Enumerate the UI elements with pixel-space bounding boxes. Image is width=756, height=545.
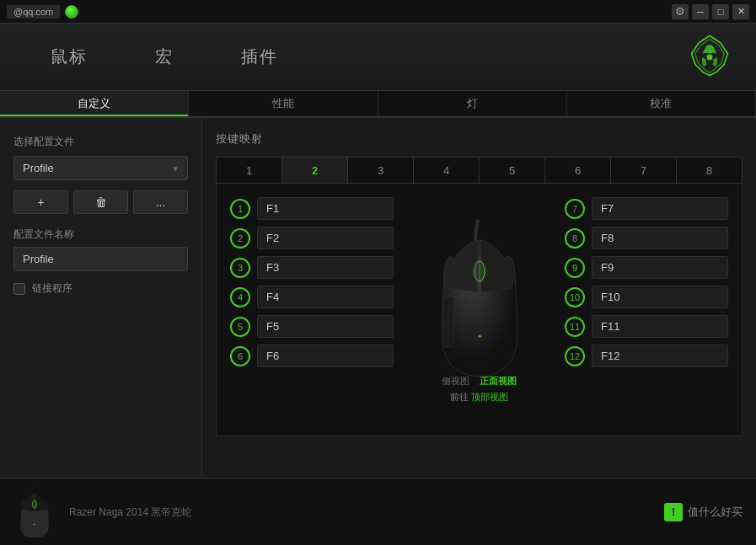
- delete-profile-button[interactable]: 🗑: [73, 190, 128, 214]
- mapping-tabs: 1 2 3 4 5 6 7 8: [216, 157, 743, 184]
- key-label-3[interactable]: F3: [257, 256, 394, 279]
- bottom-mouse-icon: ✦: [13, 487, 56, 537]
- main-header: 鼠标 宏 插件: [0, 24, 756, 91]
- razer-logo: [680, 32, 739, 83]
- link-app-label[interactable]: 链接程序: [32, 281, 72, 296]
- key-num-2: 2: [230, 228, 250, 248]
- sidebar: 选择配置文件 Profile ▼ + 🗑 ... 配置文件名称 链接程序: [0, 118, 202, 478]
- view-nav-active[interactable]: 顶部视图: [471, 392, 508, 402]
- key-num-9: 9: [565, 258, 585, 278]
- mouse-center: ✦ 侧视图 正面视图 前往 顶部视图: [402, 184, 556, 435]
- nav-tab-macro[interactable]: 宏: [121, 45, 207, 68]
- key-row-2: 2 F2: [230, 227, 394, 249]
- nav-tab-mouse[interactable]: 鼠标: [17, 45, 121, 68]
- key-row-3: 3 F3: [230, 256, 394, 279]
- keys-left: 1 F1 2 F2 3 F3 4 F4 5 F5: [217, 184, 402, 435]
- nilai-logo: ! 值什么好买: [664, 503, 743, 521]
- key-row-4: 4 F4: [230, 286, 394, 308]
- mapping-tab-8[interactable]: 8: [677, 158, 742, 183]
- nilai-badge: !: [664, 503, 683, 521]
- profile-name-input[interactable]: [13, 247, 188, 271]
- subnav-calibrate[interactable]: 校准: [567, 91, 756, 116]
- key-num-7: 7: [565, 199, 585, 219]
- title-controls: ⚙ ─ □ ✕: [672, 4, 749, 19]
- link-app-row: 链接程序: [13, 281, 188, 296]
- mapping-tab-4[interactable]: 4: [414, 158, 480, 183]
- key-label-5[interactable]: F5: [257, 315, 394, 338]
- settings-button[interactable]: ⚙: [672, 4, 689, 19]
- nilai-text: 值什么好买: [688, 505, 743, 520]
- key-num-10: 10: [565, 287, 585, 307]
- key-label-1[interactable]: F1: [257, 197, 394, 220]
- mapping-tab-3[interactable]: 3: [348, 158, 414, 183]
- mapping-tab-7[interactable]: 7: [611, 158, 677, 183]
- key-num-8: 8: [565, 228, 585, 248]
- title-bar-left: @qq.com: [7, 5, 78, 19]
- maximize-button[interactable]: □: [712, 4, 729, 19]
- title-bar: @qq.com ⚙ ─ □ ✕: [0, 0, 756, 24]
- key-num-11: 11: [565, 317, 585, 337]
- mapping-tab-5[interactable]: 5: [480, 158, 545, 183]
- key-row-8: 8 F8: [565, 227, 728, 249]
- subnav-customize[interactable]: 自定义: [0, 91, 189, 116]
- nav-tab-plugin[interactable]: 插件: [207, 45, 312, 68]
- key-row-7: 7 F7: [565, 197, 728, 220]
- key-row-6: 6 F6: [230, 345, 394, 367]
- profile-select[interactable]: Profile: [13, 156, 188, 180]
- key-num-4: 4: [230, 287, 250, 307]
- main-panel: 按键映射 1 2 3 4 5 6 7 8 1 F1 2 F2: [202, 118, 756, 478]
- mouse-image: ✦: [429, 216, 530, 368]
- key-row-9: 9 F9: [565, 256, 728, 279]
- mapping-tab-2[interactable]: 2: [282, 158, 348, 183]
- key-num-1: 1: [230, 199, 250, 219]
- status-dot: [65, 5, 78, 19]
- bottom-right: ! 值什么好买: [664, 503, 743, 521]
- user-email: @qq.com: [7, 5, 60, 19]
- key-row-1: 1 F1: [230, 197, 394, 220]
- key-label-9[interactable]: F9: [592, 256, 728, 279]
- minimize-button[interactable]: ─: [692, 4, 709, 19]
- key-label-2[interactable]: F2: [257, 227, 394, 249]
- key-row-11: 11 F11: [565, 315, 728, 338]
- subnav-light[interactable]: 灯: [378, 91, 567, 116]
- mouse-view-nav: 前往 顶部视图: [450, 391, 508, 403]
- svg-point-10: [32, 500, 36, 508]
- more-profile-button[interactable]: ...: [133, 190, 188, 214]
- key-label-11[interactable]: F11: [592, 315, 728, 338]
- sub-nav: 自定义 性能 灯 校准: [0, 91, 756, 118]
- svg-text:✦: ✦: [476, 333, 482, 340]
- key-row-10: 10 F10: [565, 286, 728, 308]
- key-num-6: 6: [230, 346, 250, 366]
- mapping-tab-6[interactable]: 6: [545, 158, 611, 183]
- profile-actions: + 🗑 ...: [13, 190, 188, 214]
- keys-right: 7 F7 8 F8 9 F9 10 F10 11 F11: [556, 184, 742, 435]
- mapping-tab-1[interactable]: 1: [217, 158, 282, 183]
- content-area: 选择配置文件 Profile ▼ + 🗑 ... 配置文件名称 链接程序 按键映…: [0, 118, 756, 478]
- link-app-checkbox[interactable]: [13, 283, 25, 295]
- key-num-12: 12: [565, 346, 585, 366]
- subnav-performance[interactable]: 性能: [189, 91, 378, 116]
- key-label-6[interactable]: F6: [257, 345, 394, 367]
- close-button[interactable]: ✕: [732, 4, 749, 19]
- bottom-bar: ✦ Razer Naga 2014 黑帝克蛇 ! 值什么好买: [0, 478, 756, 545]
- key-num-5: 5: [230, 317, 250, 337]
- key-label-12[interactable]: F12: [592, 345, 728, 367]
- key-label-7[interactable]: F7: [592, 197, 728, 220]
- view-nav-text: 前往: [450, 392, 469, 402]
- key-label-8[interactable]: F8: [592, 227, 728, 249]
- key-row-12: 12 F12: [565, 345, 728, 367]
- key-label-10[interactable]: F10: [592, 286, 728, 308]
- add-profile-button[interactable]: +: [13, 190, 68, 214]
- mapping-area: 1 F1 2 F2 3 F3 4 F4 5 F5: [216, 184, 743, 436]
- key-label-4[interactable]: F4: [257, 286, 394, 308]
- profile-select-label: 选择配置文件: [13, 135, 188, 149]
- top-nav: 鼠标 宏 插件: [17, 45, 739, 68]
- key-num-3: 3: [230, 258, 250, 278]
- key-row-5: 5 F5: [230, 315, 394, 338]
- panel-title: 按键映射: [216, 131, 743, 147]
- profile-name-label: 配置文件名称: [13, 227, 188, 242]
- profile-select-wrapper: Profile ▼: [13, 156, 188, 180]
- svg-point-0: [707, 54, 713, 60]
- device-name: Razer Naga 2014 黑帝克蛇: [69, 505, 651, 520]
